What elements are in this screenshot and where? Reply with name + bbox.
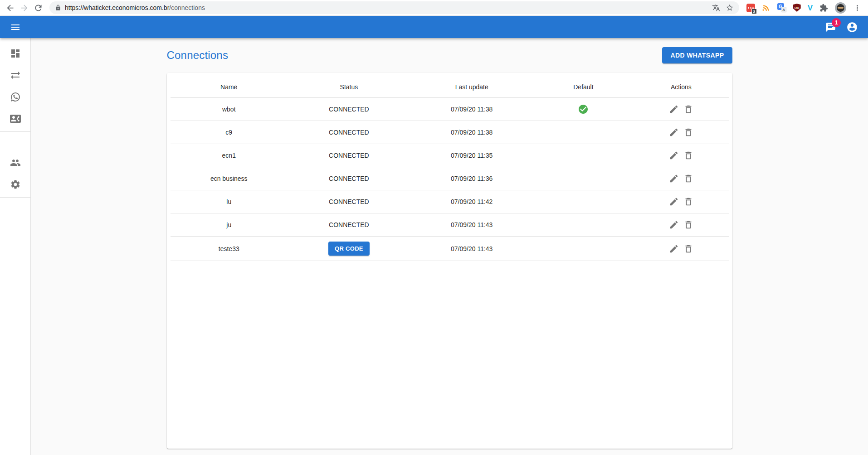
edit-connection-button[interactable] [668, 103, 680, 116]
lock-icon [55, 5, 61, 11]
trash-icon [683, 104, 693, 114]
main-content: Connections ADD WHATSAPP Name Status Las… [31, 38, 868, 455]
edit-connection-button[interactable] [668, 126, 680, 139]
edit-pencil-icon [669, 197, 679, 207]
trash-icon [683, 174, 693, 184]
bookmark-star-button[interactable] [725, 3, 735, 13]
cell-last-update: 07/09/20 11:36 [410, 167, 533, 190]
rss-icon [762, 4, 770, 12]
sidebar-item-tickets[interactable] [0, 64, 30, 86]
status-text: CONNECTED [329, 198, 369, 205]
add-whatsapp-button[interactable]: ADD WHATSAPP [662, 47, 732, 63]
delete-connection-button[interactable] [682, 126, 695, 139]
translate-icon [712, 4, 720, 12]
header-status: Status [288, 77, 410, 98]
edit-connection-button[interactable] [668, 149, 680, 162]
v-icon: V [808, 4, 813, 12]
video-extension-button[interactable]: V [808, 4, 813, 12]
cell-last-update: 07/09/20 11:35 [410, 144, 533, 167]
cell-status: CONNECTED [288, 190, 410, 213]
ublock-extension-button[interactable]: UO [793, 4, 801, 12]
delete-connection-button[interactable] [682, 242, 695, 255]
notification-badge: 1 [832, 18, 841, 27]
connections-table: Name Status Last update Default Actions … [171, 77, 729, 261]
cell-actions [634, 213, 728, 237]
cell-name: wbot [171, 98, 288, 121]
more-vert-icon [853, 4, 862, 12]
browser-back-button[interactable] [5, 2, 16, 14]
extension-red-button[interactable]: 3 [746, 4, 755, 12]
forward-arrow-icon [20, 3, 29, 13]
default-check-icon [578, 105, 589, 112]
cell-actions [634, 167, 728, 190]
cell-name: lu [171, 190, 288, 213]
cell-actions [634, 144, 728, 167]
header-last-update: Last update [410, 77, 533, 98]
sidebar-divider [0, 131, 30, 132]
sidebar-item-dashboard[interactable] [0, 43, 30, 64]
status-text: CONNECTED [329, 175, 369, 182]
cell-default [533, 144, 634, 167]
edit-connection-button[interactable] [668, 218, 680, 231]
delete-connection-button[interactable] [682, 218, 695, 231]
browser-reload-button[interactable] [33, 2, 44, 14]
trash-icon [683, 197, 693, 207]
edit-pencil-icon [669, 127, 679, 137]
qr-code-button[interactable]: QR CODE [328, 242, 370, 256]
sidebar-item-settings[interactable] [0, 174, 30, 195]
url-path: /connections [169, 4, 205, 11]
cell-name: ecn business [171, 167, 288, 190]
delete-connection-button[interactable] [682, 195, 695, 208]
swap-arrows-icon [10, 70, 21, 81]
sidebar-item-connections[interactable] [0, 86, 30, 108]
status-text: CONNECTED [329, 152, 369, 159]
app-bar: 1 [0, 16, 868, 38]
connections-paper: Name Status Last update Default Actions … [167, 73, 732, 449]
ublock-shield-icon: UO [793, 4, 801, 12]
google-translate-extension-button[interactable]: G A [777, 3, 786, 12]
cell-default [533, 98, 634, 121]
edit-pencil-icon [669, 104, 679, 114]
rss-extension-button[interactable] [762, 4, 770, 12]
address-bar[interactable]: https://whaticket.economicros.com.br/con… [49, 1, 739, 14]
edit-connection-button[interactable] [668, 172, 680, 185]
cell-status: CONNECTED [288, 121, 410, 144]
status-text: CONNECTED [329, 106, 369, 113]
table-row: c9 CONNECTED 07/09/20 11:38 [171, 121, 729, 144]
cell-status: QR CODE [288, 237, 410, 261]
extensions-area: 3 G A UO V [742, 2, 863, 14]
account-menu-button[interactable] [843, 18, 862, 37]
translate-page-button[interactable] [711, 3, 721, 13]
puzzle-piece-icon [819, 4, 828, 12]
cell-name: c9 [171, 121, 288, 144]
delete-connection-button[interactable] [682, 103, 695, 116]
delete-connection-button[interactable] [682, 172, 695, 185]
table-row: lu CONNECTED 07/09/20 11:42 [171, 190, 729, 213]
edit-pencil-icon [669, 220, 679, 230]
sidebar-item-contacts[interactable] [0, 108, 30, 130]
menu-button[interactable] [6, 18, 24, 36]
cell-default [533, 167, 634, 190]
browser-forward-button[interactable] [19, 2, 30, 14]
edit-connection-button[interactable] [668, 242, 680, 255]
cell-status: CONNECTED [288, 213, 410, 237]
cell-last-update: 07/09/20 11:43 [410, 213, 533, 237]
status-text: CONNECTED [329, 221, 369, 228]
delete-connection-button[interactable] [682, 149, 695, 162]
browser-menu-button[interactable] [853, 4, 862, 12]
table-row: wbot CONNECTED 07/09/20 11:38 [171, 98, 729, 121]
sidebar-admin-group [0, 152, 30, 198]
extensions-menu-button[interactable] [819, 4, 828, 12]
sidebar-item-users[interactable] [0, 152, 30, 174]
trash-icon [683, 244, 693, 254]
trash-icon [683, 127, 693, 137]
page-title: Connections [167, 49, 229, 62]
reload-icon [34, 3, 43, 13]
cell-last-update: 07/09/20 11:43 [410, 237, 533, 261]
edit-connection-button[interactable] [668, 195, 680, 208]
cell-last-update: 07/09/20 11:38 [410, 98, 533, 121]
header-default: Default [533, 77, 634, 98]
cell-actions [634, 98, 728, 121]
browser-profile-button[interactable] [835, 2, 846, 14]
notifications-button[interactable]: 1 [822, 18, 840, 36]
